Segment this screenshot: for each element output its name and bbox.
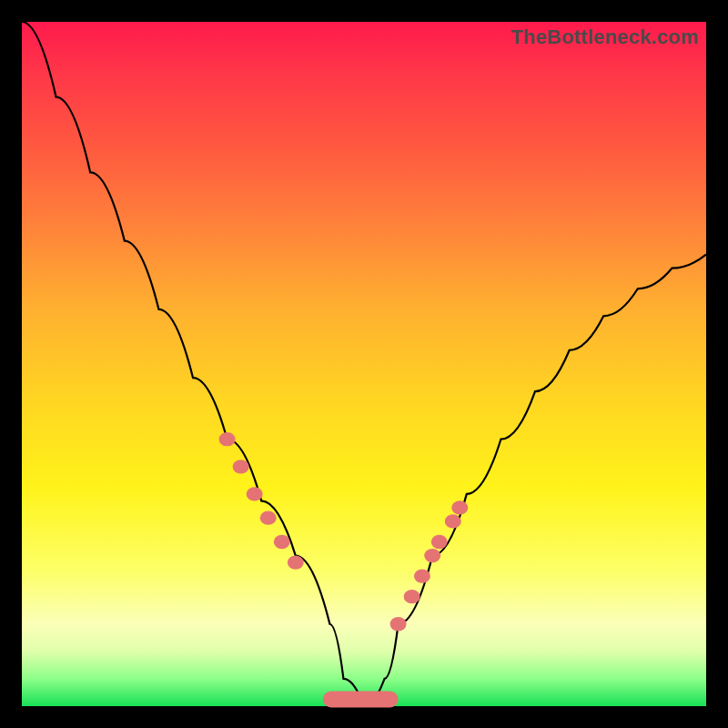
curve-marker-dot (451, 500, 468, 514)
curve-line (22, 22, 706, 706)
curve-marker-dot (390, 617, 407, 631)
curve-marker-dot (404, 590, 420, 603)
curve-marker-dot (288, 555, 304, 569)
valley-marker-pill (323, 691, 399, 707)
curve-marker-dot (414, 569, 430, 582)
chart-area: TheBottleneck.com (22, 22, 706, 706)
curve-marker-dot (219, 432, 236, 446)
curve-marker-dot (247, 487, 263, 500)
curve-marker-dot (233, 460, 249, 473)
curve-marker-dot (260, 511, 277, 525)
curve-marker-dot (274, 535, 290, 549)
curve-markers (219, 432, 469, 707)
curve-marker-dot (431, 535, 448, 549)
bottleneck-curve-plot (22, 22, 706, 706)
curve-marker-dot (445, 514, 461, 528)
curve-marker-dot (424, 549, 440, 562)
